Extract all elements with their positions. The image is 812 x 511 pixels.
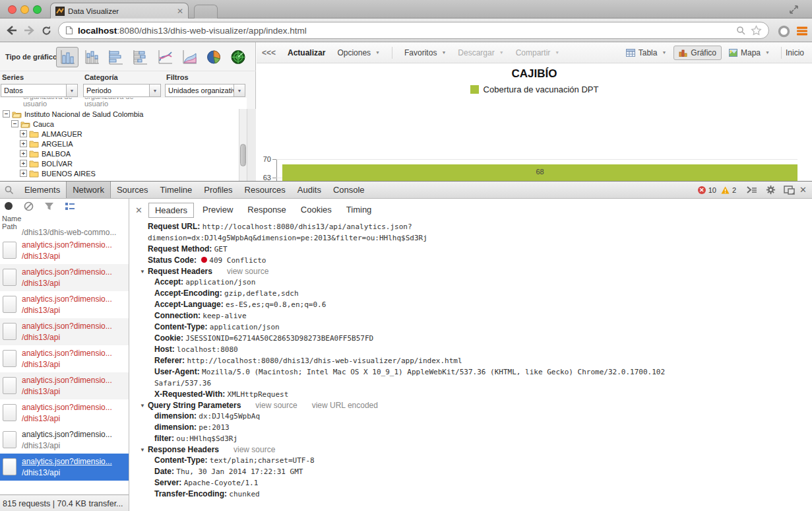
- chart-type-pie-button[interactable]: [203, 47, 225, 67]
- error-badge-icon[interactable]: ✕: [698, 186, 706, 194]
- view-source-link[interactable]: view source: [234, 445, 275, 454]
- chart-type-line-button[interactable]: [154, 47, 176, 67]
- collapse-icon[interactable]: −: [3, 110, 10, 118]
- search-icon[interactable]: [736, 26, 746, 36]
- devtools-tab-console[interactable]: Console: [327, 182, 371, 198]
- table-view-button[interactable]: Tabla▼: [621, 46, 671, 59]
- clear-icon[interactable]: [24, 201, 34, 211]
- update-button[interactable]: Actualizar: [288, 48, 325, 57]
- section-header[interactable]: ▼Response Headersview source: [139, 444, 687, 455]
- tree-node[interactable]: +ALMAGUER: [0, 129, 239, 139]
- devtools-tab-network[interactable]: Network: [66, 182, 111, 198]
- chevron-down-icon: ▼: [234, 85, 245, 96]
- details-tab-cookies[interactable]: Cookies: [295, 203, 338, 218]
- row-size-toggle-icon[interactable]: [65, 202, 75, 211]
- expand-icon[interactable]: +: [20, 140, 27, 147]
- network-request-row[interactable]: analytics.json?dimensio... /dhis13/api: [0, 372, 129, 399]
- chart-type-area-button[interactable]: [178, 47, 201, 67]
- tree-node[interactable]: +BOLÍVAR: [0, 158, 239, 168]
- disclosure-triangle-icon[interactable]: ▼: [140, 267, 145, 277]
- view-source-link[interactable]: view source: [227, 267, 268, 276]
- devtools-search-icon[interactable]: [0, 182, 18, 198]
- console-drawer-icon[interactable]: [746, 186, 758, 194]
- details-tab-response[interactable]: Response: [241, 203, 292, 218]
- reload-button[interactable]: [38, 22, 54, 38]
- new-tab-button[interactable]: [194, 5, 218, 18]
- devtools-tab-elements[interactable]: Elements: [18, 182, 66, 198]
- section-header[interactable]: ▼Query String Parametersview sourceview …: [139, 400, 687, 411]
- details-tab-timing[interactable]: Timing: [340, 203, 378, 218]
- fullscreen-arrows-icon[interactable]: [789, 5, 799, 15]
- disclosure-triangle-icon[interactable]: ▼: [140, 445, 145, 456]
- tree-node[interactable]: −Cauca: [0, 119, 239, 129]
- options-button[interactable]: Opciones▼: [337, 48, 380, 57]
- url-text[interactable]: localhost:8080/dhis13/dhis-web-visualize…: [78, 26, 732, 36]
- browser-tab[interactable]: Data Visualizer ✕: [50, 3, 189, 18]
- section-header[interactable]: ▼Request Headersview source: [139, 266, 687, 277]
- devtools-tab-audits[interactable]: Audits: [292, 182, 327, 198]
- settings-gear-icon[interactable]: [766, 185, 776, 195]
- chart-view-button[interactable]: Gráfico: [673, 46, 722, 60]
- error-count[interactable]: 10: [708, 186, 716, 194]
- details-tab-headers[interactable]: Headers: [148, 203, 194, 218]
- chart-type-bar-button[interactable]: [105, 47, 127, 67]
- tree-node[interactable]: +BUENOS AIRES: [0, 168, 239, 178]
- tree-node[interactable]: −Instituto Nacional de Salud Colombia: [0, 109, 239, 119]
- devtools-tab-sources[interactable]: Sources: [111, 182, 154, 198]
- network-request-row[interactable]: analytics.json?dimensio... /dhis13/api: [0, 318, 129, 345]
- details-close-icon[interactable]: ✕: [129, 205, 148, 215]
- disclosure-triangle-icon[interactable]: ▼: [140, 401, 145, 411]
- warning-count[interactable]: 2: [732, 186, 736, 194]
- tab-close-icon[interactable]: ✕: [177, 7, 183, 15]
- back-button[interactable]: [4, 22, 20, 38]
- tree-scrollbar[interactable]: [239, 109, 247, 181]
- view-source-link[interactable]: view source: [255, 401, 297, 410]
- network-request-row[interactable]: analytics.json?dimensio... /dhis13/api: [0, 399, 129, 426]
- chart-type-stacked-bar-button[interactable]: [129, 47, 152, 67]
- dock-window-icon[interactable]: [784, 186, 795, 195]
- network-request-row[interactable]: analytics.json?dimensio... /dhis13/api: [0, 291, 129, 318]
- network-request-row[interactable]: analytics.json?dimensio... /dhis13/api: [0, 454, 129, 481]
- devtools-close-icon[interactable]: ✕: [799, 185, 807, 195]
- chart-type-radar-button[interactable]: [227, 47, 249, 67]
- details-tab-preview[interactable]: Preview: [197, 203, 239, 218]
- map-view-button[interactable]: Mapa▼: [724, 46, 774, 59]
- forward-button[interactable]: [21, 22, 37, 38]
- expand-icon[interactable]: +: [20, 130, 27, 137]
- panel-splitter[interactable]: [247, 109, 256, 181]
- view-URL-encoded-link[interactable]: view URL encoded: [312, 401, 378, 410]
- mac-minimize-button[interactable]: [20, 5, 29, 14]
- bookmark-star-icon[interactable]: [751, 25, 762, 36]
- scrollbar-thumb[interactable]: [240, 144, 246, 166]
- expand-icon[interactable]: +: [20, 160, 27, 167]
- network-request-row[interactable]: analytics.json?dimensio... /dhis13/api: [0, 264, 129, 291]
- expand-icon[interactable]: +: [20, 170, 27, 177]
- devtools-tab-timeline[interactable]: Timeline: [154, 182, 199, 198]
- filters-select[interactable]: Unidades organizativas ▼: [165, 84, 245, 97]
- chart-type-stacked-column-button[interactable]: [80, 47, 103, 67]
- mac-zoom-button[interactable]: [33, 5, 42, 14]
- extension-icon[interactable]: [776, 23, 792, 39]
- favorites-button[interactable]: Favoritos▼: [404, 48, 446, 57]
- series-select[interactable]: Datos ▼: [1, 84, 78, 97]
- network-request-row[interactable]: analytics.json?dimensio... /dhis13/api: [0, 426, 129, 454]
- network-request-row[interactable]: analytics.json?dimensio... /dhis13/api: [0, 345, 129, 372]
- collapse-icon[interactable]: −: [11, 120, 18, 127]
- filter-funnel-icon[interactable]: [44, 202, 54, 211]
- home-button[interactable]: Inicio: [786, 48, 804, 57]
- category-select[interactable]: Periodo ▼: [83, 84, 161, 97]
- network-request-row[interactable]: /dhis13/dhis-web-commo...: [0, 228, 129, 237]
- chrome-menu-icon[interactable]: [794, 23, 810, 39]
- address-bar[interactable]: localhost:8080/dhis13/dhis-web-visualize…: [58, 22, 769, 39]
- expand-icon[interactable]: +: [20, 150, 27, 157]
- tree-node[interactable]: +ARGELIA: [0, 139, 239, 149]
- devtools-tab-resources[interactable]: Resources: [239, 182, 292, 198]
- chart-type-column-button[interactable]: [56, 47, 78, 67]
- devtools-tab-profiles[interactable]: Profiles: [198, 182, 238, 198]
- mac-close-button[interactable]: [8, 5, 16, 14]
- record-icon[interactable]: [4, 201, 13, 211]
- tree-node[interactable]: +BALBOA: [0, 149, 239, 158]
- warning-icon[interactable]: [721, 186, 730, 194]
- network-request-row[interactable]: analytics.json?dimensio... /dhis13/api: [0, 237, 129, 264]
- collapse-panel-button[interactable]: <<<: [262, 48, 276, 57]
